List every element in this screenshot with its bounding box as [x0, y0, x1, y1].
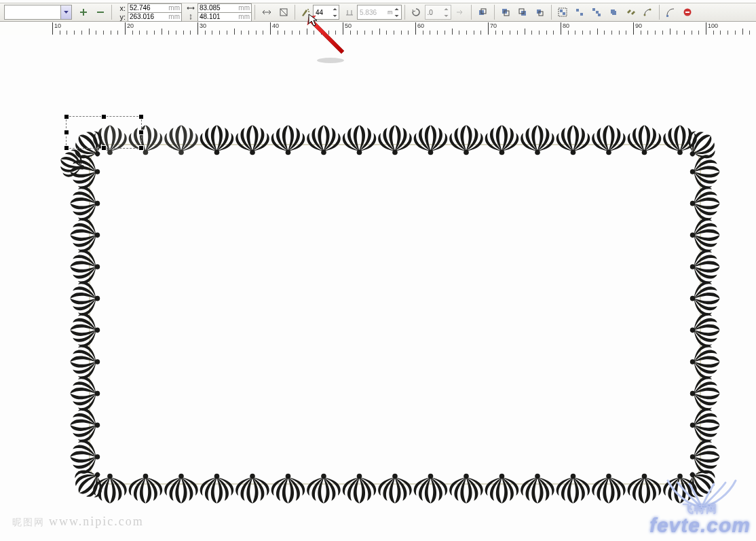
add-node-button[interactable]: [75, 5, 91, 20]
svg-point-57: [642, 474, 647, 479]
to-back-of-layer-button[interactable]: [515, 5, 531, 20]
svg-point-66: [95, 391, 100, 396]
selection-marquee: [66, 116, 142, 149]
svg-point-84: [317, 58, 344, 63]
svg-point-61: [95, 233, 100, 238]
svg-point-64: [95, 328, 100, 333]
height-icon: [186, 13, 195, 21]
svg-point-25: [107, 150, 113, 155]
canvas-area[interactable]: 昵图网www.nipic.com 飞特网 fevte.com: [0, 35, 756, 541]
height-field[interactable]: 48.101mm: [197, 12, 252, 22]
preset-combo[interactable]: [4, 5, 72, 20]
svg-point-77: [690, 423, 696, 428]
nipic-watermark: 昵图网www.nipic.com: [12, 515, 144, 529]
property-bar: x: 52.746mm y: 263.016mm 83.085mm: [0, 3, 756, 22]
svg-point-74: [690, 328, 696, 333]
svg-point-42: [107, 474, 113, 479]
svg-point-29: [250, 150, 255, 155]
horizontal-ruler: 102030405060708090100: [0, 22, 756, 35]
proportional-button[interactable]: [276, 5, 291, 20]
svg-point-49: [357, 474, 362, 479]
svg-point-47: [286, 474, 291, 479]
remove-node-button[interactable]: [92, 5, 108, 20]
non-proportional-button[interactable]: [259, 5, 274, 20]
svg-point-34: [428, 150, 434, 155]
size-readout: 83.085mm 48.101mm: [186, 3, 252, 21]
mouse-cursor-icon: [308, 14, 319, 27]
combo-dropdown-icon[interactable]: [60, 5, 71, 19]
svg-point-80: [689, 151, 696, 157]
svg-rect-14: [563, 12, 565, 15]
svg-point-60: [95, 201, 100, 206]
svg-point-52: [464, 474, 469, 479]
svg-rect-18: [596, 11, 599, 14]
svg-point-54: [535, 474, 540, 479]
convert-to-curves-button[interactable]: [663, 5, 679, 20]
width-field[interactable]: 83.085mm: [197, 3, 252, 13]
svg-point-78: [690, 454, 696, 460]
svg-point-65: [95, 359, 100, 365]
svg-point-68: [95, 454, 100, 460]
ungroup-button[interactable]: [572, 5, 588, 20]
svg-point-53: [499, 474, 505, 479]
svg-rect-24: [90, 145, 700, 484]
svg-point-48: [321, 474, 326, 479]
ungroup-all-button[interactable]: [589, 5, 605, 20]
svg-point-40: [642, 150, 647, 155]
to-front-of-layer-button[interactable]: [498, 5, 514, 20]
y-position-field[interactable]: 263.016mm: [128, 12, 182, 22]
ornament-frame: [49, 117, 727, 511]
svg-point-32: [357, 150, 362, 155]
spacing-field[interactable]: 5.836 m: [357, 5, 402, 20]
y-label: y:: [116, 13, 126, 21]
svg-point-27: [178, 150, 184, 155]
x-position-field[interactable]: 52.746mm: [128, 3, 182, 13]
svg-point-62: [95, 264, 100, 269]
svg-point-36: [499, 150, 505, 155]
svg-point-56: [606, 474, 611, 479]
svg-point-71: [690, 233, 696, 238]
svg-point-67: [95, 423, 100, 428]
svg-point-69: [690, 169, 696, 174]
svg-point-55: [571, 474, 576, 479]
bring-to-front-button[interactable]: [475, 5, 491, 20]
break-apart-button[interactable]: [623, 5, 639, 20]
svg-point-35: [464, 150, 469, 155]
svg-point-21: [649, 9, 651, 11]
svg-rect-22: [666, 15, 668, 17]
svg-point-45: [214, 474, 220, 479]
group-button[interactable]: [555, 5, 571, 20]
fevte-watermark: 飞特网 fevte.com: [649, 502, 751, 537]
svg-point-37: [535, 150, 540, 155]
svg-rect-17: [592, 8, 595, 11]
delete-button[interactable]: [680, 5, 696, 20]
svg-point-72: [690, 264, 696, 269]
svg-point-50: [392, 474, 398, 479]
svg-point-76: [690, 391, 696, 396]
svg-rect-19: [598, 14, 601, 16]
svg-point-26: [143, 150, 149, 155]
svg-point-46: [250, 474, 255, 479]
svg-point-73: [690, 296, 696, 301]
svg-point-63: [95, 296, 100, 301]
svg-point-39: [606, 150, 611, 155]
svg-point-20: [644, 14, 646, 16]
svg-rect-0: [97, 12, 104, 13]
svg-rect-16: [580, 13, 583, 16]
angle-field[interactable]: .0: [425, 5, 451, 20]
edit-anchors-button[interactable]: [640, 5, 656, 20]
combine-button[interactable]: [606, 5, 622, 20]
svg-point-44: [178, 474, 184, 479]
svg-point-2: [307, 9, 309, 10]
svg-point-51: [428, 474, 434, 479]
apply-rotation-button[interactable]: [452, 5, 468, 20]
svg-point-43: [143, 474, 149, 479]
svg-point-79: [94, 151, 101, 157]
rotate-icon-button[interactable]: [409, 5, 424, 20]
forward-one-button[interactable]: [532, 5, 548, 20]
x-label: x:: [116, 4, 126, 12]
svg-point-30: [286, 150, 291, 155]
svg-point-33: [392, 150, 398, 155]
svg-point-41: [677, 150, 683, 155]
svg-point-31: [321, 150, 326, 155]
